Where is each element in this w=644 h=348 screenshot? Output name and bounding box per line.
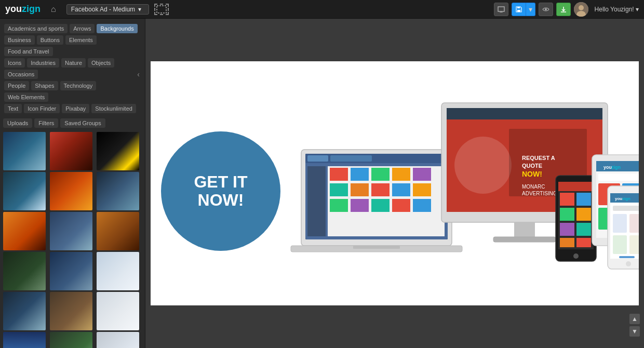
filter-uploads[interactable]: Uploads <box>3 118 32 128</box>
thumbnail-17[interactable] <box>50 332 92 348</box>
thumbnail-5[interactable] <box>50 172 92 210</box>
thumbnail-11[interactable] <box>50 252 92 290</box>
tag-icon-finder[interactable]: Icon Finder <box>24 104 60 113</box>
thumbnail-16[interactable] <box>3 332 46 348</box>
scroll-up-btn[interactable]: ▲ <box>629 314 640 324</box>
logo-sign: zign <box>22 4 41 15</box>
svg-rect-31 <box>351 199 369 212</box>
logo: youzign <box>5 4 41 15</box>
tag-food-travel[interactable]: Food and Travel <box>4 47 53 56</box>
svg-rect-83 <box>629 214 639 233</box>
svg-rect-49 <box>493 237 556 242</box>
svg-rect-30 <box>330 199 348 212</box>
tag-shapes[interactable]: Shapes <box>31 81 58 90</box>
tag-nature[interactable]: Nature <box>61 58 86 68</box>
format-label: Facebook Ad - Medium <box>71 6 135 13</box>
svg-point-10 <box>579 5 584 10</box>
scroll-down-btn[interactable]: ▼ <box>629 326 640 337</box>
tag-buttons[interactable]: Buttons <box>37 35 63 45</box>
logo-you: you <box>5 4 22 15</box>
tag-stockunlimited[interactable]: Stockunlimited <box>91 104 136 113</box>
tag-industries[interactable]: Industries <box>27 58 59 68</box>
svg-rect-17 <box>330 155 372 162</box>
home-icon[interactable]: ⌂ <box>51 5 56 14</box>
filter-filters[interactable]: Filters <box>34 118 58 128</box>
tag-technology[interactable]: Technology <box>60 81 97 90</box>
collapse-arrow-icon[interactable]: ‹ <box>135 70 142 78</box>
avatar <box>574 2 588 17</box>
svg-point-87 <box>626 261 631 266</box>
svg-rect-81 <box>613 206 639 211</box>
thumbnail-2[interactable] <box>50 132 92 170</box>
tag-icons[interactable]: Icons <box>4 58 25 68</box>
tag-backgrounds[interactable]: Backgrounds <box>97 24 137 33</box>
save-dropdown-btn[interactable]: ▾ <box>526 3 535 16</box>
tag-row-4: People Shapes Technology Web Elements <box>3 80 142 103</box>
thumbnail-15[interactable] <box>97 292 139 330</box>
main-area: Academics and sports Arrows Backgrounds … <box>0 19 644 348</box>
svg-rect-29 <box>413 183 431 196</box>
svg-rect-25 <box>330 183 348 196</box>
thumbnail-4[interactable] <box>3 172 46 210</box>
tag-occasions[interactable]: Occasions <box>4 70 38 79</box>
top-nav: youzign ⌂ Facebook Ad - Medium ▾ › ▾ Hel… <box>0 0 644 19</box>
thumbnail-7[interactable] <box>3 212 46 250</box>
canvas-area: GET IT NOW! <box>145 19 644 348</box>
svg-rect-69 <box>598 173 639 181</box>
svg-rect-54 <box>560 193 574 206</box>
svg-rect-58 <box>560 223 574 236</box>
tag-academics[interactable]: Academics and sports <box>4 24 68 33</box>
ad-circle: GET IT NOW! <box>161 131 280 251</box>
canvas-frame[interactable]: GET IT NOW! <box>151 61 639 305</box>
ad-background: GET IT NOW! <box>151 61 639 305</box>
svg-rect-60 <box>560 238 574 247</box>
thumbnail-18[interactable] <box>97 332 139 348</box>
svg-rect-0 <box>157 6 166 13</box>
thumbnail-9[interactable] <box>97 212 139 250</box>
tag-business[interactable]: Business <box>4 35 35 45</box>
tag-arrows[interactable]: Arrows <box>70 24 95 33</box>
screen-btn[interactable] <box>494 3 508 16</box>
preview-btn[interactable] <box>539 3 553 16</box>
thumbnail-8[interactable] <box>50 212 92 250</box>
svg-text:zign: zign <box>611 165 621 170</box>
svg-rect-61 <box>576 238 591 247</box>
thumbnail-6[interactable] <box>97 172 139 210</box>
tag-pixabay[interactable]: Pixabay <box>62 104 89 113</box>
user-label[interactable]: Hello Youzign! ▾ <box>595 6 639 13</box>
svg-rect-20 <box>330 168 348 181</box>
thumbnail-14[interactable] <box>50 292 92 330</box>
svg-text:MONARC: MONARC <box>522 184 545 190</box>
svg-text:zign: zign <box>622 196 630 201</box>
svg-text:NOW!: NOW! <box>522 170 542 178</box>
tag-text[interactable]: Text <box>4 104 22 113</box>
svg-rect-2 <box>498 7 504 11</box>
svg-text:you: you <box>615 196 622 201</box>
frame-icon[interactable]: › <box>154 4 169 15</box>
tag-elements[interactable]: Elements <box>65 35 97 45</box>
thumbnail-13[interactable] <box>3 292 46 330</box>
thumbnail-12[interactable] <box>97 252 139 290</box>
svg-rect-34 <box>413 199 431 212</box>
devices-mockup: REQUEST A QUOTE NOW! MONARC ADVERTISING <box>280 61 639 305</box>
filter-saved-groups[interactable]: Saved Groups <box>60 118 105 128</box>
format-selector[interactable]: Facebook Ad - Medium ▾ <box>66 4 149 15</box>
svg-rect-32 <box>371 199 390 212</box>
svg-point-62 <box>573 253 579 259</box>
tag-people[interactable]: People <box>4 81 29 90</box>
tag-web-elements[interactable]: Web Elements <box>4 92 48 102</box>
thumbnail-3[interactable] <box>97 132 139 170</box>
ad-circle-text: GET IT NOW! <box>194 173 247 209</box>
tag-row-5: Text Icon Finder Pixabay Stockunlimited <box>3 103 142 114</box>
save-btn[interactable] <box>512 3 526 16</box>
tag-row-2: Business Buttons Elements Food and Trave… <box>3 34 142 57</box>
thumbnail-10[interactable] <box>3 252 46 290</box>
svg-rect-48 <box>514 222 535 238</box>
download-btn[interactable] <box>556 3 571 16</box>
svg-rect-82 <box>613 214 627 233</box>
thumbnail-1[interactable] <box>3 132 46 170</box>
tag-objects[interactable]: Objects <box>88 58 114 68</box>
svg-rect-85 <box>629 235 639 254</box>
svg-rect-28 <box>392 183 410 196</box>
svg-rect-55 <box>576 193 591 206</box>
